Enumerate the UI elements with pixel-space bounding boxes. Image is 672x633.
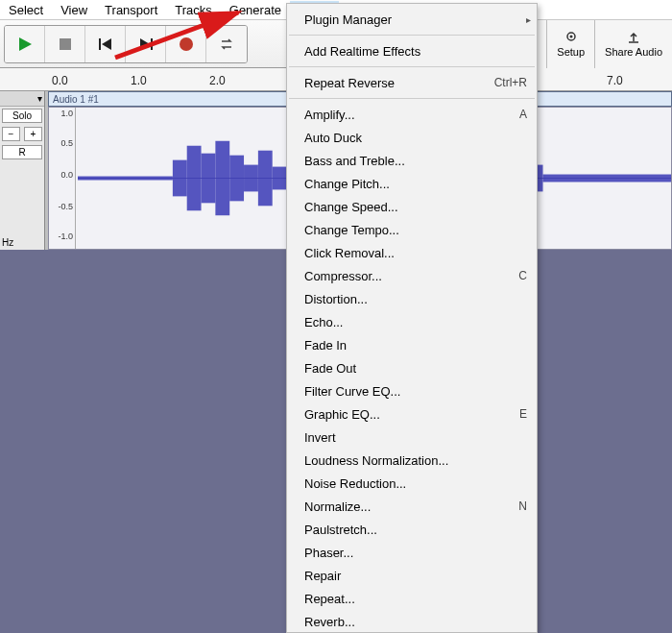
menu-loudness-norm[interactable]: Loudness Normalization... [287, 449, 537, 472]
stop-button[interactable] [45, 26, 85, 62]
track-panel: ▾ Solo − + R Hz [0, 91, 45, 250]
menu-distortion[interactable]: Distortion... [287, 287, 537, 310]
gear-icon [564, 31, 579, 44]
menu-fade-in[interactable]: Fade In [287, 333, 537, 356]
tick: 1.0 [131, 74, 147, 87]
tick: 2.0 [209, 74, 226, 87]
menu-change-speed[interactable]: Change Speed... [287, 195, 537, 218]
menu-fade-out[interactable]: Fade Out [287, 356, 537, 379]
play-button[interactable] [5, 26, 45, 62]
menu-invert[interactable]: Invert [287, 426, 537, 449]
menu-repeat[interactable]: Repeat... [287, 587, 537, 610]
svg-rect-12 [173, 160, 187, 197]
menu-select[interactable]: Select [0, 1, 52, 19]
menu-noise-reduction[interactable]: Noise Reduction... [287, 472, 537, 495]
share-audio-button[interactable]: Share Audio [594, 20, 672, 68]
svg-rect-11 [78, 177, 173, 181]
share-label: Share Audio [605, 46, 662, 58]
menu-amplify[interactable]: Amplify...A [287, 103, 537, 126]
loop-button[interactable] [206, 26, 247, 62]
upload-icon [626, 31, 641, 44]
chevron-right-icon: ▸ [526, 14, 531, 25]
tick: 7.0 [607, 74, 623, 87]
menu-click-removal[interactable]: Click Removal... [287, 241, 537, 264]
skip-end-button[interactable] [126, 26, 166, 62]
menu-transport[interactable]: Transport [96, 1, 166, 19]
svg-rect-15 [215, 141, 229, 215]
svg-rect-18 [258, 151, 273, 207]
menu-repeat-reverse[interactable]: Repeat ReverseCtrl+R [287, 71, 537, 94]
svg-rect-13 [187, 146, 202, 211]
svg-rect-17 [244, 165, 258, 192]
skip-start-button[interactable] [85, 26, 126, 62]
svg-marker-4 [140, 38, 150, 50]
play-controls [4, 25, 248, 63]
svg-rect-16 [229, 156, 244, 202]
hz-label: Hz [0, 235, 44, 250]
menu-tracks[interactable]: Tracks [166, 1, 221, 19]
menu-bass-treble[interactable]: Bass and Treble... [287, 149, 537, 172]
effect-menu-dropdown: Plugin Manager▸ Add Realtime Effects Rep… [286, 3, 538, 633]
menu-echo[interactable]: Echo... [287, 310, 537, 333]
svg-rect-14 [202, 154, 216, 204]
record-button[interactable] [166, 26, 206, 62]
menu-paulstretch[interactable]: Paulstretch... [287, 518, 537, 541]
svg-marker-3 [102, 38, 111, 50]
menu-graphic-eq[interactable]: Graphic EQ...E [287, 402, 537, 426]
menu-plugin-manager[interactable]: Plugin Manager▸ [287, 8, 537, 31]
tick: 0.0 [52, 74, 68, 87]
menu-generate[interactable]: Generate [221, 1, 290, 19]
menu-compressor[interactable]: Compressor...C [287, 264, 537, 287]
menu-filter-curve-eq[interactable]: Filter Curve EQ... [287, 379, 537, 402]
gain-minus[interactable]: − [2, 127, 20, 141]
amplitude-ruler: 1.0 0.5 0.0 -0.5 -1.0 [49, 108, 76, 249]
gain-plus[interactable]: + [24, 127, 42, 141]
menu-phaser[interactable]: Phaser... [287, 541, 537, 564]
svg-rect-1 [60, 38, 71, 50]
menu-change-tempo[interactable]: Change Tempo... [287, 218, 537, 241]
menu-reverb[interactable]: Reverb... [287, 610, 537, 633]
menu-add-realtime[interactable]: Add Realtime Effects [287, 39, 537, 62]
solo-button[interactable]: Solo [2, 109, 42, 123]
svg-point-9 [569, 36, 572, 38]
menu-auto-duck[interactable]: Auto Duck [287, 126, 537, 149]
menu-repair[interactable]: Repair [287, 564, 537, 587]
chevron-down-icon: ▾ [37, 93, 42, 104]
svg-rect-38 [543, 175, 671, 183]
setup-button[interactable]: Setup [546, 20, 594, 68]
menu-change-pitch[interactable]: Change Pitch... [287, 172, 537, 195]
menu-view[interactable]: View [52, 1, 96, 19]
menu-normalize[interactable]: Normalize...N [287, 495, 537, 518]
svg-marker-0 [19, 37, 32, 51]
svg-rect-19 [273, 167, 287, 190]
svg-rect-2 [99, 38, 101, 50]
track-menu-toggle[interactable]: ▾ [0, 91, 44, 107]
setup-label: Setup [557, 46, 585, 58]
channel-r-button[interactable]: R [2, 145, 42, 159]
svg-point-6 [180, 37, 193, 51]
svg-rect-5 [151, 38, 153, 50]
